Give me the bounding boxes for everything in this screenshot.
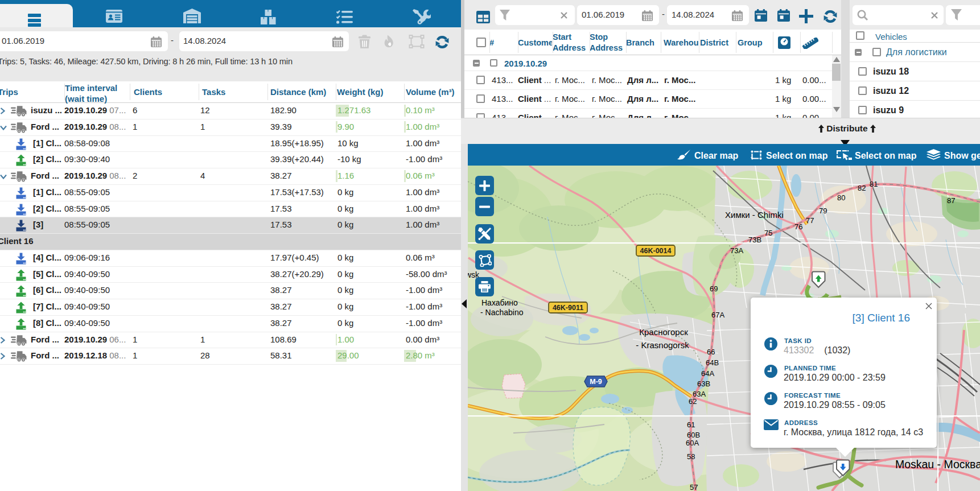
- svg-text:67A: 67A: [711, 311, 724, 319]
- svg-text:60A: 60A: [686, 439, 699, 447]
- svg-text:69: 69: [710, 284, 718, 293]
- svg-text:Нахабино: Нахабино: [481, 298, 518, 307]
- svg-text:79: 79: [819, 207, 827, 215]
- svg-text:46K-0014: 46K-0014: [640, 247, 672, 255]
- svg-text:73A: 73A: [730, 246, 743, 255]
- svg-text:62: 62: [689, 397, 697, 406]
- svg-text:73B: 73B: [748, 236, 761, 244]
- svg-text:66: 66: [707, 348, 715, 356]
- svg-text:Красногорск: Красногорск: [639, 327, 688, 337]
- svg-text:87: 87: [947, 196, 955, 205]
- svg-text:81: 81: [870, 180, 878, 188]
- svg-text:61: 61: [687, 420, 695, 429]
- svg-text:82: 82: [858, 184, 866, 192]
- svg-text:75: 75: [764, 229, 772, 237]
- svg-text:76: 76: [794, 222, 802, 231]
- svg-text:Химки - Chimki: Химки - Chimki: [725, 210, 784, 220]
- svg-text:- Nachabino: - Nachabino: [480, 308, 524, 317]
- svg-text:80: 80: [837, 193, 845, 202]
- svg-text:46K-9011: 46K-9011: [553, 304, 583, 312]
- svg-text:Moskau - Москва: Moskau - Москва: [895, 458, 980, 471]
- svg-text:64A: 64A: [701, 369, 714, 378]
- svg-text:57: 57: [690, 483, 698, 491]
- svg-text:60B: 60B: [687, 431, 700, 439]
- svg-text:58: 58: [687, 452, 695, 461]
- svg-text:- Krasnogorsk: - Krasnogorsk: [636, 340, 689, 350]
- svg-text:63B: 63B: [697, 379, 710, 388]
- svg-text:64B: 64B: [706, 358, 719, 367]
- svg-text:M-9: M-9: [590, 378, 602, 386]
- svg-text:77: 77: [806, 216, 814, 225]
